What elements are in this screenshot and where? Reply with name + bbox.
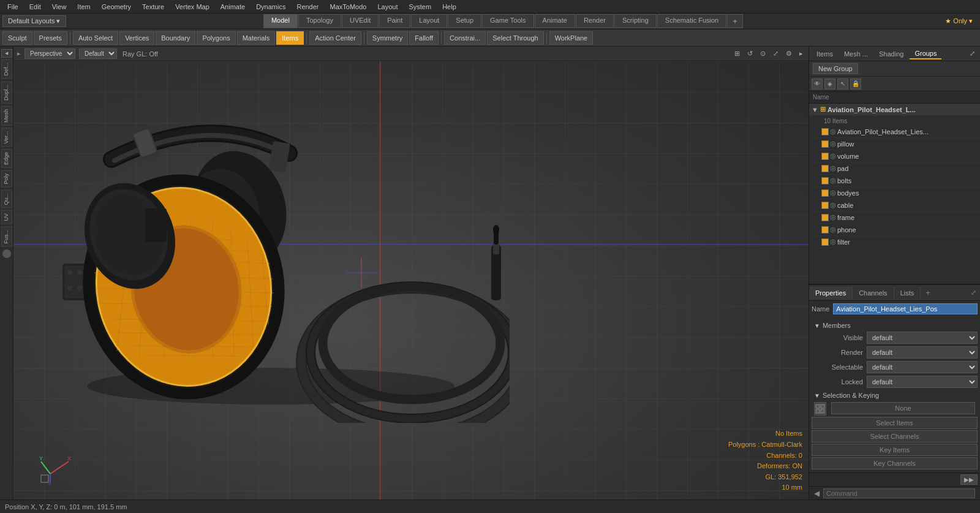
left-tab-def[interactable]: Def... xyxy=(1,59,12,79)
group-parent-row[interactable]: ▼ ⊞ Aviation_Pilot_Headset_L... xyxy=(809,104,980,116)
viewport-maximize-btn[interactable]: ⤢ xyxy=(771,49,780,58)
layout-dropdown[interactable]: Default Layouts ▾ xyxy=(2,15,66,27)
view-type-select[interactable]: Perspective xyxy=(24,48,75,59)
new-group-button[interactable]: New Group xyxy=(813,63,858,74)
items-btn[interactable]: Items xyxy=(276,31,304,45)
falloff-btn[interactable]: Falloff xyxy=(409,31,439,45)
viewport-area[interactable]: ▸ Perspective Default Ray GL: Off ⊞ ↺ ⊙ … xyxy=(13,47,809,500)
prop-locked-control[interactable]: default xyxy=(867,376,978,388)
members-section-header[interactable]: ▼ Members xyxy=(812,320,978,331)
group-child-3[interactable]: ◎ pad xyxy=(809,162,980,175)
child-7-check[interactable] xyxy=(821,214,829,221)
menu-vertexmap[interactable]: Vertex Map xyxy=(170,2,214,12)
command-input[interactable] xyxy=(823,488,975,498)
props-scroll-btn[interactable]: ▶▶ xyxy=(960,474,978,485)
constrain-btn[interactable]: Constrai... xyxy=(444,31,486,45)
props-name-input[interactable] xyxy=(833,303,978,314)
child-1-check[interactable] xyxy=(821,140,829,148)
tab-setup[interactable]: Setup xyxy=(448,14,481,28)
left-tab-qu[interactable]: Qu... xyxy=(1,190,12,208)
vertices-btn[interactable]: Vertices xyxy=(119,31,154,45)
group-child-2[interactable]: ◎ volume xyxy=(809,150,980,162)
viewport-icon-2[interactable]: ↺ xyxy=(745,49,755,58)
child-5-check[interactable] xyxy=(821,189,829,197)
child-0-check[interactable] xyxy=(821,128,829,135)
presets-button[interactable]: Presets xyxy=(34,31,67,45)
tab-topology[interactable]: Topology xyxy=(298,14,341,28)
child-2-check[interactable] xyxy=(821,153,829,160)
props-expand-btn[interactable]: ⤢ xyxy=(967,286,980,299)
sculpt-button[interactable]: Sculpt xyxy=(2,31,32,45)
polygons-btn[interactable]: Polygons xyxy=(197,31,235,45)
props-tab-add[interactable]: + xyxy=(921,286,935,300)
menu-item[interactable]: Item xyxy=(72,2,95,12)
child-4-check[interactable] xyxy=(821,177,829,184)
groups-tool-lock[interactable]: 🔒 xyxy=(850,78,861,89)
tab-uvedit[interactable]: UVEdit xyxy=(342,14,379,28)
cmd-arrow-left[interactable]: ◀ xyxy=(814,489,820,498)
left-tab-uv[interactable]: UV xyxy=(1,210,12,224)
child-6-check[interactable] xyxy=(821,202,829,209)
props-tab-properties[interactable]: Properties xyxy=(809,287,853,299)
menu-render[interactable]: Render xyxy=(292,2,323,12)
viewport-expand-btn[interactable]: ▸ xyxy=(17,50,21,58)
menu-help[interactable]: Help xyxy=(437,2,461,12)
groups-tool-eye[interactable]: 👁 xyxy=(812,78,823,89)
group-child-0[interactable]: ◎ Aviation_Pilot_Headset_Lies... xyxy=(809,126,980,138)
group-child-6[interactable]: ◎ cable xyxy=(809,199,980,211)
prop-render-control[interactable]: default xyxy=(867,346,978,359)
star-only-toggle[interactable]: ★ Only ▾ xyxy=(940,16,978,26)
tab-mesh[interactable]: Mesh ... xyxy=(839,49,873,59)
tab-scripting[interactable]: Scripting xyxy=(614,14,657,28)
tab-schematic[interactable]: Schematic Fusion xyxy=(657,14,726,28)
groups-tool-render[interactable]: ◈ xyxy=(824,78,835,89)
group-child-7[interactable]: ◎ frame xyxy=(809,211,980,224)
prop-selectable-control[interactable]: default xyxy=(867,361,978,373)
left-tab-mesh[interactable]: Mesh xyxy=(1,106,12,126)
viewport-canvas[interactable]: No Items Polygons : Catmull-Clark Channe… xyxy=(13,61,809,500)
left-tab-edge[interactable]: Edge xyxy=(1,149,12,168)
left-tab-poly[interactable]: Poly xyxy=(1,170,12,188)
prop-render-select[interactable]: default xyxy=(867,346,978,359)
left-tab-fus[interactable]: Fus... xyxy=(1,227,12,247)
child-8-check[interactable] xyxy=(821,226,829,234)
tab-paint[interactable]: Paint xyxy=(379,14,410,28)
selection-keying-header[interactable]: ▼ Selection & Keying xyxy=(812,390,978,401)
viewport-icon-3[interactable]: ⊙ xyxy=(758,49,767,58)
group-child-1[interactable]: ◎ pillow xyxy=(809,138,980,150)
group-child-4[interactable]: ◎ bolts xyxy=(809,175,980,187)
group-child-8[interactable]: ◎ phone xyxy=(809,224,980,236)
menu-edit[interactable]: Edit xyxy=(24,2,46,12)
groups-tool-select[interactable]: ↖ xyxy=(837,78,848,89)
boundary-btn[interactable]: Boundary xyxy=(156,31,195,45)
props-tab-channels[interactable]: Channels xyxy=(853,287,894,299)
menu-file[interactable]: File xyxy=(2,2,23,12)
left-tab-dupl[interactable]: Dupl... xyxy=(1,82,12,104)
autoselect-btn[interactable]: Auto Select xyxy=(73,31,118,45)
menu-texture[interactable]: Texture xyxy=(137,2,169,12)
child-3-check[interactable] xyxy=(821,165,829,172)
panel-expand-icon[interactable]: ⤢ xyxy=(967,48,978,59)
tab-animate[interactable]: Animate xyxy=(535,14,575,28)
menu-view[interactable]: View xyxy=(47,2,72,12)
left-tab-ver[interactable]: Ver... xyxy=(1,128,12,147)
group-child-5[interactable]: ◎ bodyes xyxy=(809,187,980,199)
group-child-9[interactable]: ◎ filter xyxy=(809,236,980,248)
key-items-button[interactable]: Key Items xyxy=(812,444,978,456)
menu-system[interactable]: System xyxy=(404,2,436,12)
props-tab-lists[interactable]: Lists xyxy=(894,287,921,299)
prop-locked-select[interactable]: default xyxy=(867,376,978,388)
menu-maxtomodo[interactable]: MaxToModo xyxy=(325,2,372,12)
tab-items[interactable]: Items xyxy=(812,49,838,59)
tab-shading[interactable]: Shading xyxy=(874,49,908,59)
menu-geometry[interactable]: Geometry xyxy=(97,2,136,12)
tab-layout[interactable]: Layout xyxy=(411,14,447,28)
select-channels-button[interactable]: Select Channels xyxy=(812,430,978,443)
select-items-button[interactable]: Select Items xyxy=(812,417,978,429)
workplane-btn[interactable]: WorkPlane xyxy=(549,31,594,45)
left-expand-btn[interactable]: ◀ xyxy=(1,49,12,58)
child-9-check[interactable] xyxy=(821,238,829,246)
tab-model[interactable]: Model xyxy=(263,14,298,28)
action-center-btn[interactable]: Action Center xyxy=(309,31,361,45)
materials-btn[interactable]: Materials xyxy=(237,31,276,45)
